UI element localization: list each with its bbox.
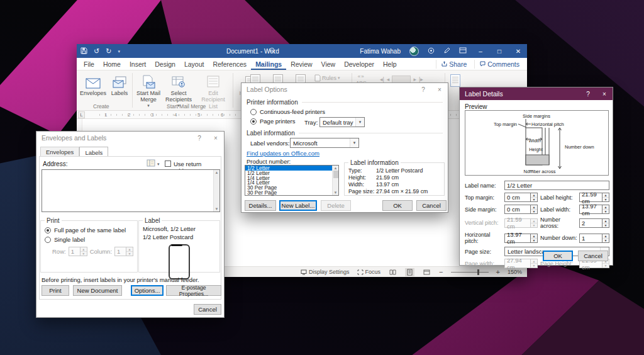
tab-developer[interactable]: Developer — [340, 58, 379, 70]
tray-combobox[interactable]: Default tray ▾ — [319, 117, 365, 127]
dialog-title-bar[interactable]: Label Details ? × — [460, 87, 613, 100]
tab-review[interactable]: Review — [286, 58, 316, 70]
ribbon-display-options-icon[interactable] — [459, 47, 467, 55]
full-page-option[interactable]: Full page of the same label — [45, 227, 133, 234]
read-mode-button[interactable] — [388, 268, 397, 276]
cancel-button[interactable]: Cancel — [578, 251, 608, 261]
label-width-spinner[interactable]: 13.97 cm▲▼ — [579, 205, 609, 214]
dialog-title-bar[interactable]: Label Options ? × — [242, 83, 448, 96]
single-label-option[interactable]: Single label — [45, 236, 133, 243]
print-layout-button[interactable] — [405, 268, 414, 276]
tab-design[interactable]: Design — [150, 58, 180, 70]
details-button[interactable]: Details... — [245, 200, 276, 211]
page-printers-option[interactable]: Page printers — [250, 118, 296, 125]
number-down-spinner[interactable]: 1▲▼ — [579, 234, 609, 243]
page-width-label: Page width: — [465, 261, 504, 267]
print-button[interactable]: Print — [42, 285, 69, 296]
help-icon[interactable]: ? — [415, 83, 431, 96]
avatar[interactable] — [409, 47, 419, 56]
tab-file[interactable]: File — [79, 58, 99, 70]
tab-home[interactable]: Home — [99, 58, 125, 70]
find-updates-link[interactable]: Find updates on Office.com — [247, 150, 319, 157]
start-mail-merge-button[interactable]: Start Mail Merge ▾ — [135, 72, 162, 108]
pen-icon[interactable] — [443, 47, 450, 55]
tab-help[interactable]: Help — [379, 58, 401, 70]
label-vendors-combobox[interactable]: Microsoft ▾ — [290, 138, 359, 148]
help-icon[interactable]: ? — [580, 87, 596, 100]
envelopes-and-labels-dialog: Envelopes and Labels ? × Envelopes Label… — [36, 131, 225, 318]
address-book-dropdown-icon[interactable]: ▾ — [157, 162, 160, 167]
cancel-button[interactable]: Cancel — [194, 304, 221, 315]
scroll-down-icon[interactable]: ▼ — [334, 191, 338, 194]
maximize-button[interactable]: □ — [494, 48, 504, 55]
close-button[interactable]: ✕ — [513, 48, 523, 55]
page-height-label: Page Height: — [538, 261, 579, 267]
label-group: Label Microsoft, 1/2 Letter 1/2 Letter P… — [138, 217, 220, 273]
list-item[interactable]: 30 Per Page — [245, 190, 338, 195]
share-button[interactable]: Share — [436, 60, 472, 69]
label-vendors-label: Label vendors: — [250, 140, 289, 147]
undo-icon[interactable]: ↺ — [94, 48, 99, 55]
radio-icon[interactable] — [45, 227, 51, 234]
zoom-out-button[interactable]: − — [439, 268, 443, 276]
horizontal-pitch-label: Horizontal pitch: — [465, 232, 504, 244]
comments-button[interactable]: Comments — [474, 60, 525, 69]
close-icon[interactable]: × — [596, 87, 613, 100]
customize-qat-icon[interactable]: ▾ — [118, 49, 120, 54]
ok-button[interactable]: OK — [382, 200, 413, 211]
tab-view[interactable]: View — [317, 58, 340, 70]
top-margin-spinner[interactable]: 0 cm▲▼ — [504, 193, 538, 202]
ok-button[interactable]: OK — [543, 251, 573, 261]
scroll-down-icon[interactable]: ▼ — [215, 207, 219, 211]
tab-envelopes[interactable]: Envelopes — [40, 147, 79, 157]
scroll-thumb[interactable] — [333, 171, 338, 178]
horizontal-pitch-spinner[interactable]: 13.97 cm▲▼ — [504, 234, 538, 243]
epostage-properties-button[interactable]: E-postage Properties... — [166, 285, 221, 296]
address-textarea[interactable]: ▲ ▼ — [42, 169, 220, 212]
label-name-field[interactable]: 1/2 Letter — [504, 181, 609, 190]
labels-button[interactable]: Labels — [106, 72, 133, 96]
cancel-button[interactable]: Cancel — [416, 200, 447, 211]
diagram-horizontal-pitch: Horizontal pitch — [531, 121, 564, 127]
new-label-button[interactable]: New Label... — [279, 200, 317, 211]
close-icon[interactable]: × — [431, 83, 448, 96]
textarea-scrollbar[interactable]: ▲ ▼ — [213, 170, 219, 211]
help-icon[interactable]: ? — [191, 132, 208, 144]
account-name[interactable]: Fatima Wahab — [360, 48, 401, 55]
tab-mailings[interactable]: Mailings — [251, 58, 286, 70]
product-number-list[interactable]: 1/2 Letter 1/2 Letter 1/4 Letter 1/4 Let… — [245, 165, 339, 196]
tab-selector[interactable]: L — [78, 111, 85, 118]
new-document-button[interactable]: New Document — [73, 285, 122, 296]
zoom-in-button[interactable]: + — [496, 268, 500, 276]
radio-icon[interactable] — [45, 237, 51, 243]
web-layout-button[interactable] — [422, 268, 431, 276]
display-settings-button[interactable]: Display Settings — [301, 269, 350, 275]
scroll-up-icon[interactable]: ▲ — [334, 166, 338, 170]
minimize-button[interactable]: – — [475, 48, 486, 55]
close-icon[interactable]: × — [208, 132, 224, 144]
number-across-spinner[interactable]: 2▲▼ — [579, 218, 609, 228]
radio-icon[interactable] — [250, 109, 257, 115]
zoom-slider[interactable] — [451, 272, 489, 273]
focus-button[interactable]: Focus — [357, 269, 381, 275]
label-height-spinner[interactable]: 21.59 cm▲▼ — [579, 193, 609, 202]
radio-icon[interactable] — [250, 118, 257, 125]
list-scrollbar[interactable]: ▲ ▼ — [332, 166, 338, 195]
label-layout-diagram: Side margins Top margin Horizontal pitch… — [465, 111, 608, 175]
tab-references[interactable]: References — [208, 58, 251, 70]
search-icon[interactable] — [269, 47, 276, 55]
address-book-icon[interactable] — [147, 159, 155, 168]
zoom-slider-thumb[interactable] — [477, 269, 479, 275]
envelopes-button[interactable]: Envelopes — [79, 72, 107, 96]
continuous-feed-option[interactable]: Continuous-feed printers — [250, 108, 325, 115]
side-margin-spinner[interactable]: 0 cm▲▼ — [504, 205, 538, 214]
save-icon[interactable] — [80, 47, 87, 55]
tab-layout[interactable]: Layout — [180, 58, 209, 70]
options-button[interactable]: Options... — [131, 285, 164, 296]
dialog-title-bar[interactable]: Envelopes and Labels ? × — [36, 132, 224, 144]
tab-insert[interactable]: Insert — [125, 58, 150, 70]
use-return-address-checkbox[interactable] — [165, 161, 171, 167]
badge-icon[interactable] — [428, 47, 435, 55]
redo-icon[interactable]: ↻ — [106, 48, 111, 55]
scroll-up-icon[interactable]: ▲ — [215, 171, 219, 174]
